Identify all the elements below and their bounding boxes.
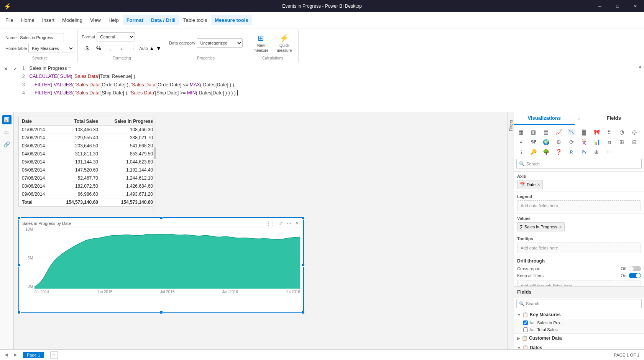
add-page-btn[interactable]: + [50,351,58,359]
viz-r-icon[interactable]: R [567,147,576,157]
viz-bar-icon[interactable]: ▦ [516,127,526,137]
menu-help[interactable]: Help [105,15,123,25]
viz-pie-icon[interactable]: ◔ [617,127,626,137]
viz-qna-icon[interactable]: ❓ [554,147,564,157]
viz-donut-icon[interactable]: ◎ [630,127,639,137]
viz-slicer-icon[interactable]: ⧈ [605,137,614,147]
home-table-select[interactable]: Key Measures [28,44,74,53]
chart-focus-btn[interactable]: ⤢ [278,220,284,226]
next-page-btn[interactable]: ▶ [14,352,17,357]
menu-insert[interactable]: Insert [38,15,59,25]
viz-card-icon[interactable]: 🃏 [579,137,588,147]
resize-handle-tm[interactable] [160,216,163,220]
viz-key-influencer-icon[interactable]: 🔑 [529,147,538,157]
visualizations-tab[interactable]: Visualizations [514,112,575,125]
percent-btn[interactable]: % [93,43,104,54]
viz-waterfall-icon[interactable]: ⫶ [516,147,526,157]
tooltips-drop-zone[interactable]: Add data fields here [517,243,641,253]
axis-chip[interactable]: 📅 Date ✕ [517,180,543,189]
resize-handle-br[interactable] [302,311,305,314]
viz-search-container[interactable]: 🔍 [516,159,642,169]
formula-editor[interactable]: 1 Sales in Progress = 2 CALCULATE( SUM( … [21,64,642,110]
field-item[interactable]: AaTotal Sales [514,326,644,333]
viz-matrix-icon[interactable]: ⊟ [630,137,639,147]
comma-btn[interactable]: , [105,43,115,54]
dec-increase-btn[interactable]: ↑ [128,43,138,54]
currency-btn[interactable]: $ [82,43,92,54]
menu-modeling[interactable]: Modeling [58,15,86,25]
tab-arrow[interactable]: › [575,112,584,125]
viz-stacked-area-icon[interactable]: ▓ [579,127,588,137]
viz-more2-icon[interactable]: ⋯ [605,147,614,157]
viz-treemap-icon[interactable]: ▪ [516,137,526,147]
resize-handle-bl[interactable] [18,311,21,314]
field-group-header-key-measures[interactable]: ▼📋Key Measures [514,310,644,319]
viz-map-icon[interactable]: 🗺 [529,137,538,147]
viz-100-bar-icon[interactable]: ▤ [542,127,551,137]
data-icon[interactable]: 🗃 [2,127,12,137]
field-item[interactable]: AaSales in Pro... [514,319,644,326]
close-button[interactable]: ✕ [626,0,644,12]
data-category-select[interactable]: Uncategorized [197,38,243,48]
resize-handle-mr[interactable] [302,264,305,267]
fields-search-input[interactable] [526,301,639,306]
field-checkbox[interactable] [523,327,528,332]
viz-decomp-icon[interactable]: 🌳 [542,147,551,157]
keep-filters-toggle[interactable]: On [621,273,641,278]
report-icon[interactable]: 📊 [2,115,12,124]
values-chip-remove[interactable]: ✕ [559,225,562,229]
minimize-button[interactable]: ─ [591,0,609,12]
viz-ribbon-icon[interactable]: 🎀 [592,127,601,137]
viz-stacked-bar-icon[interactable]: ▥ [529,127,538,137]
viz-funnel-icon[interactable]: ⯐ [554,137,564,147]
viz-search-input[interactable] [526,162,639,166]
chart-close-btn[interactable]: ✕ [294,220,300,226]
resize-handle-tr[interactable] [302,216,305,220]
auto-down-btn[interactable]: ▼ [156,43,162,54]
axis-chip-remove[interactable]: ✕ [537,183,540,187]
menu-data-drill[interactable]: Data / Drill [147,15,179,25]
field-group-header-dates[interactable]: ▼📋Dates [514,343,644,349]
name-input[interactable] [18,33,64,42]
viz-table-icon[interactable]: ⊞ [617,137,626,147]
maximize-button[interactable]: □ [609,0,626,12]
new-measure-btn[interactable]: ⊞ New measure [250,31,272,54]
menu-file[interactable]: File [2,15,17,25]
menu-measure-tools[interactable]: Measure tools [211,15,252,25]
dec-decrease-btn[interactable]: ↓ [116,43,127,54]
filters-label[interactable]: Filters [509,120,513,131]
values-chip[interactable]: ∑ Sales in Progress ✕ [517,222,565,231]
viz-kpi-icon[interactable]: 📊 [592,137,601,147]
viz-more1-icon[interactable]: ⊕ [592,147,601,157]
chart-more-btn[interactable]: ⋯ [286,220,292,226]
resize-handle-ml[interactable] [18,264,21,267]
model-icon[interactable]: 🔗 [2,140,12,149]
cross-report-toggle[interactable]: Off [621,266,641,271]
viz-py-icon[interactable]: Py [579,147,588,157]
viz-line-icon[interactable]: 📈 [554,127,564,137]
field-group-header-customer-data[interactable]: ▶📋Customer Data [514,334,644,343]
filters-sidebar[interactable]: Filters [508,112,514,349]
resize-handle-tl[interactable] [18,216,21,220]
prev-page-btn[interactable]: ◀ [5,352,8,357]
auto-up-btn[interactable]: ▲ [149,43,155,54]
field-checkbox[interactable] [523,320,528,325]
quick-measure-btn[interactable]: ⚡ Quick measure [273,31,295,54]
keep-filters-track[interactable] [629,273,641,278]
legend-drop-zone[interactable]: Add data fields here [517,200,641,211]
table-scrollbar[interactable] [153,117,156,211]
fields-tab[interactable]: Fields [584,112,644,125]
fields-search-box[interactable]: 🔍 [516,299,642,308]
viz-gauge-icon[interactable]: ⟳ [567,137,576,147]
menu-format[interactable]: Format [123,15,147,25]
chart-filter-btn[interactable]: ⋮⋮ [265,220,276,226]
menu-table-tools[interactable]: Table tools [179,15,211,25]
formula-cancel-btn[interactable]: ✕ [2,64,10,73]
format-select[interactable]: General [97,32,135,41]
resize-handle-bm[interactable] [160,311,163,314]
viz-scatter-icon[interactable]: ⠿ [605,127,614,137]
formula-confirm-btn[interactable]: ✓ [11,64,19,73]
page-1-tab[interactable]: Page 1 [23,352,44,358]
menu-view[interactable]: View [86,15,105,25]
viz-filled-map-icon[interactable]: 🌍 [542,137,551,147]
